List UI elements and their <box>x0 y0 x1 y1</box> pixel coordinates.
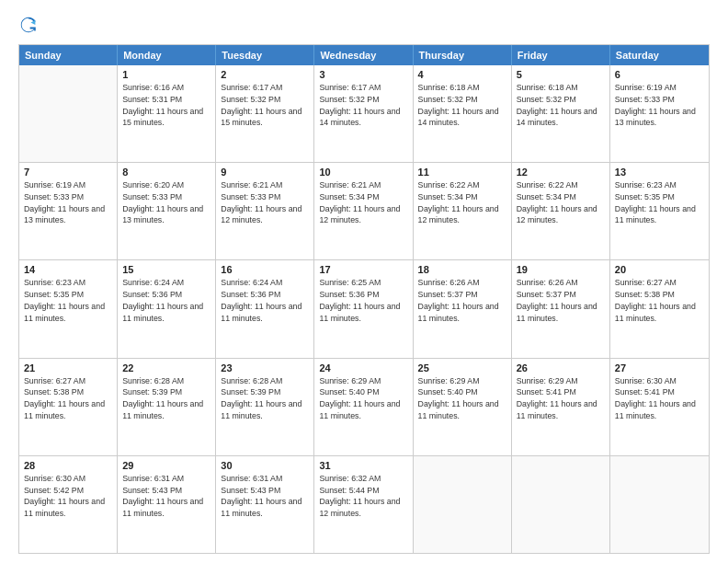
calendar-cell <box>610 456 709 553</box>
calendar-cell: 19Sunrise: 6:26 AMSunset: 5:37 PMDayligh… <box>512 260 610 357</box>
svg-marker-0 <box>30 20 35 25</box>
day-number: 11 <box>418 167 506 178</box>
day-info: Sunrise: 6:18 AMSunset: 5:32 PMDaylight:… <box>517 82 605 129</box>
calendar-cell: 9Sunrise: 6:21 AMSunset: 5:33 PMDaylight… <box>216 163 314 259</box>
day-info: Sunrise: 6:24 AMSunset: 5:36 PMDaylight:… <box>122 277 210 324</box>
calendar-cell: 29Sunrise: 6:31 AMSunset: 5:43 PMDayligh… <box>118 456 216 553</box>
calendar-cell: 17Sunrise: 6:25 AMSunset: 5:36 PMDayligh… <box>314 260 413 357</box>
day-number: 2 <box>221 69 309 80</box>
day-number: 8 <box>122 167 210 178</box>
header <box>18 17 710 37</box>
day-number: 22 <box>122 362 210 373</box>
day-info: Sunrise: 6:26 AMSunset: 5:37 PMDaylight:… <box>517 277 605 324</box>
day-number: 12 <box>517 167 605 178</box>
calendar-cell: 20Sunrise: 6:27 AMSunset: 5:38 PMDayligh… <box>610 260 709 357</box>
calendar-week-3: 14Sunrise: 6:23 AMSunset: 5:35 PMDayligh… <box>19 259 709 357</box>
calendar-cell: 16Sunrise: 6:24 AMSunset: 5:36 PMDayligh… <box>216 260 314 357</box>
calendar-header-monday: Monday <box>118 45 216 65</box>
day-number: 15 <box>122 264 210 275</box>
day-number: 10 <box>319 167 407 178</box>
day-number: 7 <box>24 167 112 178</box>
day-info: Sunrise: 6:21 AMSunset: 5:34 PMDaylight:… <box>319 179 407 226</box>
day-info: Sunrise: 6:16 AMSunset: 5:31 PMDaylight:… <box>122 82 210 129</box>
calendar-cell: 2Sunrise: 6:17 AMSunset: 5:32 PMDaylight… <box>216 65 314 162</box>
calendar-cell: 26Sunrise: 6:29 AMSunset: 5:41 PMDayligh… <box>512 359 610 455</box>
day-number: 19 <box>517 264 605 275</box>
day-info: Sunrise: 6:32 AMSunset: 5:44 PMDaylight:… <box>319 473 407 520</box>
day-info: Sunrise: 6:28 AMSunset: 5:39 PMDaylight:… <box>122 375 210 422</box>
calendar-cell: 1Sunrise: 6:16 AMSunset: 5:31 PMDaylight… <box>118 65 216 162</box>
calendar-body: 1Sunrise: 6:16 AMSunset: 5:31 PMDaylight… <box>19 65 709 553</box>
calendar-cell: 8Sunrise: 6:20 AMSunset: 5:33 PMDaylight… <box>118 163 216 259</box>
day-number: 28 <box>24 460 112 471</box>
logo-icon <box>20 17 37 33</box>
calendar-cell: 24Sunrise: 6:29 AMSunset: 5:40 PMDayligh… <box>314 359 413 455</box>
day-number: 25 <box>418 362 506 373</box>
calendar: SundayMondayTuesdayWednesdayThursdayFrid… <box>18 44 710 554</box>
calendar-cell: 5Sunrise: 6:18 AMSunset: 5:32 PMDaylight… <box>512 65 610 162</box>
calendar-cell: 27Sunrise: 6:30 AMSunset: 5:41 PMDayligh… <box>610 359 709 455</box>
calendar-header: SundayMondayTuesdayWednesdayThursdayFrid… <box>19 45 709 65</box>
day-info: Sunrise: 6:23 AMSunset: 5:35 PMDaylight:… <box>615 179 704 226</box>
calendar-header-thursday: Thursday <box>414 45 512 65</box>
day-number: 9 <box>221 167 309 178</box>
day-number: 26 <box>517 362 605 373</box>
calendar-cell: 4Sunrise: 6:18 AMSunset: 5:32 PMDaylight… <box>414 65 512 162</box>
day-info: Sunrise: 6:17 AMSunset: 5:32 PMDaylight:… <box>221 82 309 129</box>
calendar-header-wednesday: Wednesday <box>314 45 413 65</box>
calendar-cell: 3Sunrise: 6:17 AMSunset: 5:32 PMDaylight… <box>314 65 413 162</box>
calendar-cell: 18Sunrise: 6:26 AMSunset: 5:37 PMDayligh… <box>414 260 512 357</box>
day-number: 17 <box>319 264 407 275</box>
calendar-cell <box>512 456 610 553</box>
calendar-week-5: 28Sunrise: 6:30 AMSunset: 5:42 PMDayligh… <box>19 455 709 553</box>
calendar-cell: 13Sunrise: 6:23 AMSunset: 5:35 PMDayligh… <box>610 163 709 259</box>
day-info: Sunrise: 6:22 AMSunset: 5:34 PMDaylight:… <box>517 179 605 226</box>
day-number: 4 <box>418 69 506 80</box>
calendar-cell: 22Sunrise: 6:28 AMSunset: 5:39 PMDayligh… <box>118 359 216 455</box>
day-info: Sunrise: 6:29 AMSunset: 5:40 PMDaylight:… <box>319 375 407 422</box>
day-number: 18 <box>418 264 506 275</box>
calendar-header-friday: Friday <box>512 45 610 65</box>
day-info: Sunrise: 6:30 AMSunset: 5:41 PMDaylight:… <box>615 375 704 422</box>
day-info: Sunrise: 6:30 AMSunset: 5:42 PMDaylight:… <box>24 473 112 520</box>
calendar-week-1: 1Sunrise: 6:16 AMSunset: 5:31 PMDaylight… <box>19 65 709 162</box>
calendar-cell: 15Sunrise: 6:24 AMSunset: 5:36 PMDayligh… <box>118 260 216 357</box>
calendar-cell: 10Sunrise: 6:21 AMSunset: 5:34 PMDayligh… <box>314 163 413 259</box>
day-info: Sunrise: 6:27 AMSunset: 5:38 PMDaylight:… <box>615 277 704 324</box>
day-number: 21 <box>24 362 112 373</box>
day-number: 6 <box>615 69 704 80</box>
day-info: Sunrise: 6:19 AMSunset: 5:33 PMDaylight:… <box>615 82 704 129</box>
calendar-cell: 14Sunrise: 6:23 AMSunset: 5:35 PMDayligh… <box>19 260 118 357</box>
day-info: Sunrise: 6:27 AMSunset: 5:38 PMDaylight:… <box>24 375 112 422</box>
calendar-cell: 30Sunrise: 6:31 AMSunset: 5:43 PMDayligh… <box>216 456 314 553</box>
day-info: Sunrise: 6:25 AMSunset: 5:36 PMDaylight:… <box>319 277 407 324</box>
day-info: Sunrise: 6:17 AMSunset: 5:32 PMDaylight:… <box>319 82 407 129</box>
day-number: 16 <box>221 264 309 275</box>
calendar-week-4: 21Sunrise: 6:27 AMSunset: 5:38 PMDayligh… <box>19 358 709 455</box>
calendar-header-tuesday: Tuesday <box>216 45 314 65</box>
day-number: 30 <box>221 460 309 471</box>
day-number: 3 <box>319 69 407 80</box>
day-info: Sunrise: 6:28 AMSunset: 5:39 PMDaylight:… <box>221 375 309 422</box>
day-number: 20 <box>615 264 704 275</box>
day-number: 5 <box>517 69 605 80</box>
calendar-cell: 31Sunrise: 6:32 AMSunset: 5:44 PMDayligh… <box>314 456 413 553</box>
day-info: Sunrise: 6:18 AMSunset: 5:32 PMDaylight:… <box>418 82 506 129</box>
day-info: Sunrise: 6:31 AMSunset: 5:43 PMDaylight:… <box>221 473 309 520</box>
day-number: 23 <box>221 362 309 373</box>
calendar-cell <box>414 456 512 553</box>
day-info: Sunrise: 6:29 AMSunset: 5:40 PMDaylight:… <box>418 375 506 422</box>
calendar-cell <box>19 65 118 162</box>
day-number: 1 <box>122 69 210 80</box>
day-number: 29 <box>122 460 210 471</box>
calendar-cell: 28Sunrise: 6:30 AMSunset: 5:42 PMDayligh… <box>19 456 118 553</box>
page: SundayMondayTuesdayWednesdayThursdayFrid… <box>0 0 728 563</box>
day-info: Sunrise: 6:19 AMSunset: 5:33 PMDaylight:… <box>24 179 112 226</box>
day-number: 31 <box>319 460 407 471</box>
day-number: 27 <box>615 362 704 373</box>
calendar-week-2: 7Sunrise: 6:19 AMSunset: 5:33 PMDaylight… <box>19 162 709 259</box>
logo <box>18 17 39 37</box>
calendar-cell: 11Sunrise: 6:22 AMSunset: 5:34 PMDayligh… <box>414 163 512 259</box>
calendar-cell: 7Sunrise: 6:19 AMSunset: 5:33 PMDaylight… <box>19 163 118 259</box>
day-info: Sunrise: 6:26 AMSunset: 5:37 PMDaylight:… <box>418 277 506 324</box>
